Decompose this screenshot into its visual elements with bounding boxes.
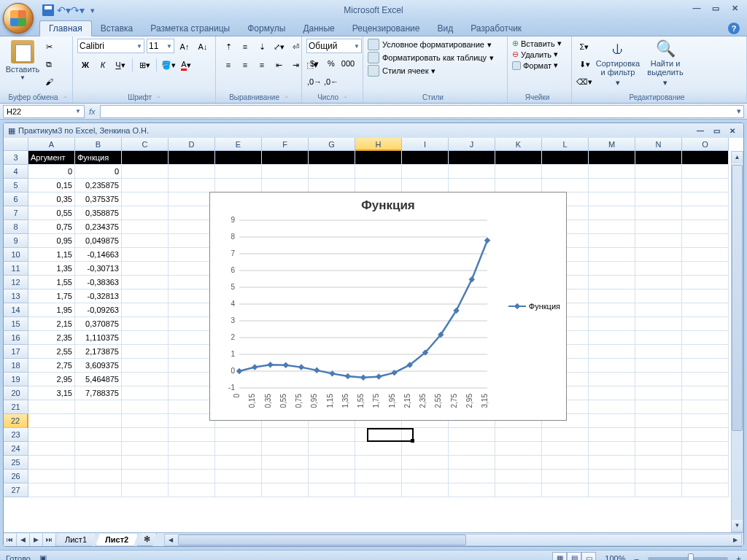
cell[interactable]: 1,95 [28,303,75,317]
cell[interactable] [215,470,262,483]
cell[interactable]: 1,35 [28,262,75,276]
select-all[interactable] [4,138,28,151]
cell[interactable]: -0,14663 [75,248,122,262]
cell[interactable] [589,179,635,192]
cells-delete[interactable]: ⊖Удалить ▾ [512,50,558,59]
col-header-M[interactable]: M [589,138,635,151]
col-header-O[interactable]: O [682,138,729,151]
fill-color[interactable]: 🪣▾ [160,57,177,73]
autosum[interactable]: Σ▾ [576,39,592,55]
cell[interactable]: 0,35 [28,192,75,206]
cell[interactable] [215,165,262,179]
cell[interactable] [355,483,402,497]
cell[interactable] [262,442,309,456]
cell[interactable] [355,428,402,442]
grow-font[interactable]: A↑ [177,39,193,55]
font-family[interactable]: Calibri▼ [77,39,144,53]
cell[interactable]: 3,609375 [75,359,122,373]
cell[interactable] [169,400,215,414]
col-header-G[interactable]: G [309,138,355,151]
cell[interactable] [635,386,682,400]
wb-minimize[interactable]: — [694,125,707,136]
cell[interactable] [449,179,495,192]
cell[interactable] [122,165,169,179]
cell[interactable] [169,317,215,331]
cell[interactable] [589,442,635,456]
cell[interactable] [682,289,729,303]
zoom-slider[interactable] [648,557,728,560]
cell[interactable] [635,234,682,248]
cell[interactable] [215,442,262,456]
cell[interactable] [75,428,122,442]
cell[interactable] [122,220,169,234]
cell[interactable] [402,470,449,483]
row-header[interactable]: 12 [4,276,28,289]
cell[interactable] [635,262,682,276]
row-header[interactable]: 7 [4,206,28,220]
col-header-E[interactable]: E [215,138,262,151]
cell[interactable] [635,276,682,289]
cell[interactable] [495,151,542,165]
row-header[interactable]: 15 [4,317,28,331]
cell[interactable] [28,483,75,497]
cell[interactable] [589,345,635,359]
cell[interactable] [589,414,635,428]
cell[interactable] [635,317,682,331]
row-header[interactable]: 8 [4,220,28,234]
cell[interactable] [215,151,262,165]
cell[interactable]: 2,75 [28,359,75,373]
cell[interactable] [169,165,215,179]
cell[interactable]: Аргумент [28,151,75,165]
cell[interactable] [215,179,262,192]
cell[interactable] [635,248,682,262]
align-top[interactable]: ⇡ [220,39,236,55]
cell[interactable] [682,331,729,345]
row-header[interactable]: 16 [4,331,28,345]
cell[interactable] [75,483,122,497]
vertical-scrollbar[interactable]: ▲ ▼ [731,151,743,532]
col-header-L[interactable]: L [542,138,589,151]
row-header[interactable]: 6 [4,192,28,206]
currency[interactable]: $▾ [306,55,322,71]
cell[interactable] [215,483,262,497]
cell[interactable] [682,303,729,317]
cell[interactable] [682,165,729,179]
cell[interactable] [449,428,495,442]
cell[interactable] [75,400,122,414]
format-painter[interactable]: 🖌 [41,74,57,90]
cell[interactable] [75,442,122,456]
cell[interactable] [122,289,169,303]
cell[interactable] [355,456,402,470]
cell[interactable] [215,428,262,442]
cell[interactable] [28,400,75,414]
cell[interactable] [169,262,215,276]
macro-rec-icon[interactable]: ▣ [39,553,47,560]
font-color[interactable]: A▾ [178,57,194,73]
embedded-chart[interactable]: Функция -1012345678900,150,350,550,750,9… [209,192,567,421]
cell[interactable] [169,303,215,317]
cell[interactable] [402,442,449,456]
cell[interactable]: -0,38363 [75,276,122,289]
cell[interactable] [122,470,169,483]
row-header[interactable]: 20 [4,386,28,400]
shrink-font[interactable]: A↓ [195,39,211,55]
cell[interactable] [262,456,309,470]
view-normal[interactable]: ▦ [552,552,567,561]
zoom-in[interactable]: + [737,554,741,561]
row-header[interactable]: 23 [4,428,28,442]
cell[interactable] [309,151,355,165]
row-header[interactable]: 9 [4,234,28,248]
cell[interactable] [309,483,355,497]
sheet-first[interactable]: ⏮ [4,534,17,546]
number-format[interactable]: Общий▼ [306,39,362,53]
cell[interactable] [495,165,542,179]
qat-redo[interactable]: ↷▾ [71,3,83,18]
font-size[interactable]: 11▼ [147,39,174,53]
cell[interactable] [122,192,169,206]
underline[interactable]: Ч▾ [112,57,128,73]
wb-maximize[interactable]: ▭ [710,125,723,136]
cell[interactable]: 5,464875 [75,373,122,386]
cell[interactable] [495,179,542,192]
cell[interactable]: 0,15 [28,179,75,192]
cell[interactable] [309,428,355,442]
